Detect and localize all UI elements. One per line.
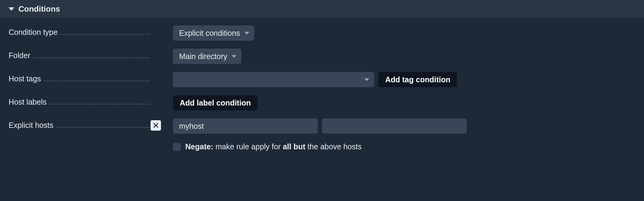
collapse-icon [9,7,14,11]
label-dots [50,100,150,105]
host-tags-select[interactable] [173,72,374,87]
negate-text2: the above hosts [305,142,362,151]
value-col: Add tag condition [162,72,635,87]
negate-label: Negate: make rule apply for all but the … [185,142,362,151]
label-dots [56,123,150,128]
chevron-down-icon [244,32,249,35]
chevron-down-icon [232,55,236,58]
condition-type-select[interactable]: Explicit conditions [173,25,254,41]
explicit-hosts-inputs [173,118,635,134]
conditions-section: Conditions Condition type Explicit condi… [0,0,644,158]
host-labels-label: Host labels [9,98,47,106]
row-host-tags: Host tags Add tag condition [9,72,635,87]
label-dots [61,30,150,35]
label-dots [44,76,150,81]
label-col: Host tags [9,72,150,83]
negate-checkbox[interactable] [173,143,181,151]
negate-row: Negate: make rule apply for all but the … [173,142,635,151]
section-header[interactable]: Conditions [0,0,644,18]
label-col: Explicit hosts [9,118,150,130]
value-col: Explicit conditions [162,25,635,41]
folder-label: Folder [9,51,30,60]
folder-select[interactable]: Main directory [173,49,241,64]
close-col [150,95,162,97]
label-col: Condition type [9,25,150,37]
negate-text1: make rule apply for [213,142,283,151]
add-tag-condition-button[interactable]: Add tag condition [378,72,457,87]
negate-bold2: all but [283,142,305,151]
add-label-condition-button[interactable]: Add label condition [173,95,258,110]
explicit-hosts-label: Explicit hosts [9,121,53,130]
close-icon [153,123,158,128]
negate-bold: Negate: [185,142,213,151]
row-condition-type: Condition type Explicit conditions [9,25,635,41]
close-col [150,72,162,74]
explicit-host-input-2[interactable] [322,118,467,134]
value-col: Negate: make rule apply for all but the … [162,118,635,151]
close-col [150,118,162,131]
form-body: Condition type Explicit conditions Folde… [0,18,644,158]
host-tags-label: Host tags [9,74,41,83]
label-col: Host labels [9,95,150,106]
explicit-host-input-1[interactable] [173,118,318,134]
value-col: Main directory [162,49,635,64]
select-value: Explicit conditions [179,29,240,38]
condition-type-label: Condition type [9,28,58,37]
chevron-down-icon [364,78,369,81]
remove-explicit-hosts-button[interactable] [151,120,161,131]
row-host-labels: Host labels Add label condition [9,95,635,110]
section-title: Conditions [18,4,60,14]
label-dots [33,53,150,58]
row-explicit-hosts: Explicit hosts Negate: make [9,118,635,151]
select-value: Main directory [179,52,227,61]
close-col [150,25,162,27]
label-col: Folder [9,49,150,60]
value-col: Add label condition [162,95,635,110]
row-folder: Folder Main directory [9,49,635,64]
close-col [150,49,162,50]
